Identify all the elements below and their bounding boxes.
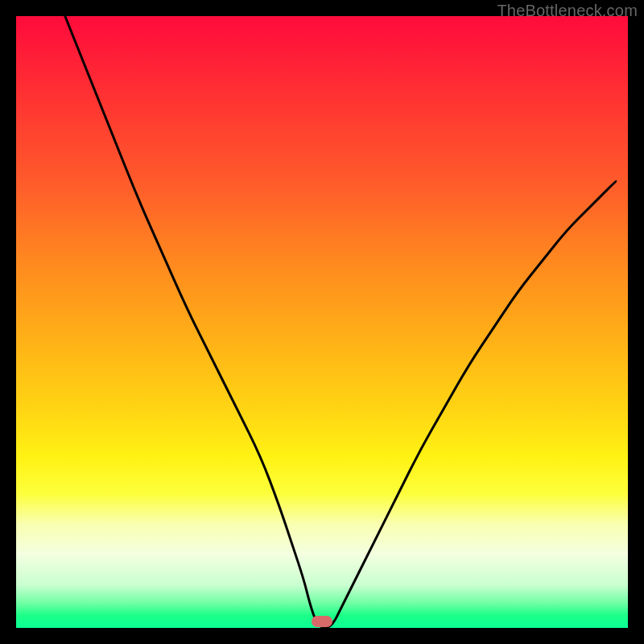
watermark-text: TheBottleneck.com <box>497 2 638 20</box>
curve-path <box>65 16 616 628</box>
plot-area <box>16 16 628 628</box>
bottleneck-curve <box>16 16 628 628</box>
chart-frame: TheBottleneck.com <box>0 0 644 644</box>
optimal-point-marker <box>312 616 332 627</box>
